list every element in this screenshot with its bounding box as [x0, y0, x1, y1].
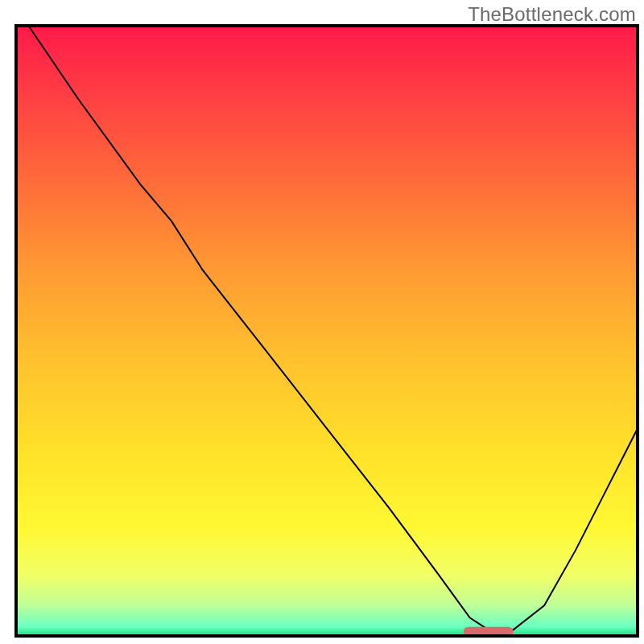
bottleneck-chart — [0, 0, 644, 644]
chart-stage: TheBottleneck.com — [0, 0, 644, 644]
plot-background — [16, 26, 638, 636]
